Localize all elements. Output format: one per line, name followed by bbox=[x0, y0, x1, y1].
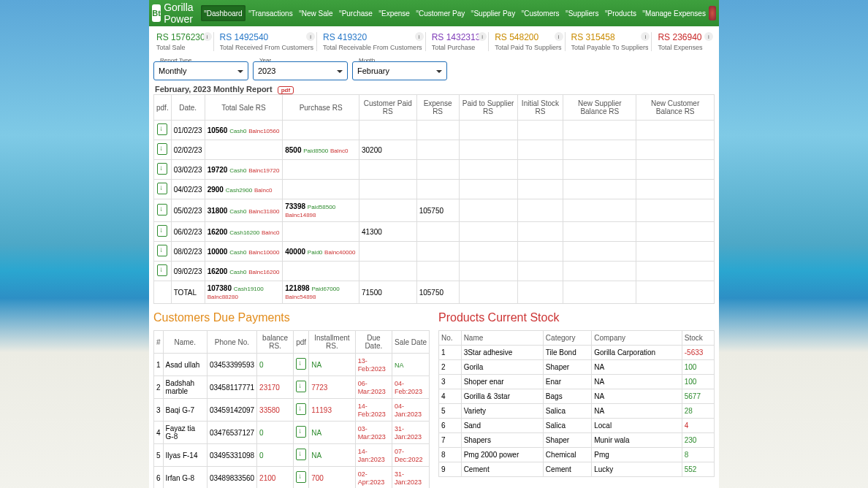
month-select[interactable]: February bbox=[352, 61, 447, 80]
table-row: 3Baqi G-703459142097335801119314-Feb:202… bbox=[154, 399, 430, 422]
column-header: # bbox=[154, 331, 164, 354]
column-header: Company bbox=[592, 331, 682, 346]
products-stock-panel: Products Current Stock No.NameCategoryCo… bbox=[438, 311, 715, 488]
nav-customers[interactable]: ≡Customers bbox=[518, 5, 562, 21]
table-row: 1Asad ullah034533995930NA13-Feb:2023NA bbox=[154, 354, 430, 376]
stat-label: Total Receivable From Customers bbox=[323, 44, 422, 51]
report-title: February, 2023 Monthly Report pdf bbox=[149, 85, 719, 94]
stat-label: Total Paid To Suppliers bbox=[495, 44, 561, 51]
pdf-download-icon[interactable] bbox=[157, 204, 167, 216]
info-icon[interactable]: i bbox=[478, 32, 487, 41]
nav-suppliers[interactable]: ≡Suppliers bbox=[563, 5, 602, 21]
stat-value: RS 548200 bbox=[495, 32, 561, 42]
pdf-download-icon[interactable] bbox=[296, 426, 306, 438]
table-row: 6Irfan G-803489833560210070002-Apr:20233… bbox=[154, 467, 430, 489]
table-row: 03/02/2319720 Cash0 Balnc19720 bbox=[154, 160, 715, 180]
stat-label: Total Expenses bbox=[658, 44, 712, 51]
info-icon[interactable]: i bbox=[306, 32, 315, 41]
info-icon[interactable]: i bbox=[704, 32, 713, 41]
column-header: pdf. bbox=[154, 95, 172, 121]
pdf-download-icon[interactable] bbox=[157, 183, 167, 194]
table-row: 5Ilyas F-14034953310980NA14-Jan:202307-D… bbox=[154, 444, 430, 467]
pdf-download-icon[interactable] bbox=[296, 471, 306, 483]
navbar: Bt Gorilla Power ≡Dashboard≡Transactions… bbox=[149, 0, 719, 26]
stat-value: RS 1576230 bbox=[156, 32, 210, 42]
stat-card: RS 1576230Total Salei bbox=[153, 32, 214, 51]
table-row: 02/02/238500 Paid8500 Balnc030200 bbox=[154, 140, 715, 160]
table-row: 08/02/2310000 Cash0 Balnc1000040000 Paid… bbox=[154, 242, 715, 262]
nav-transactions[interactable]: ≡Transactions bbox=[245, 5, 296, 21]
stat-label: Total Purchase bbox=[432, 44, 486, 51]
column-header: Name bbox=[461, 331, 543, 346]
table-row: 05/02/2331800 Cash0 Balnc3180073398 Paid… bbox=[154, 199, 715, 222]
nav-products[interactable]: ≡Products bbox=[601, 5, 639, 21]
report-type-select[interactable]: Monthly bbox=[153, 61, 248, 80]
column-header: Name. bbox=[163, 331, 207, 354]
pdf-download-icon[interactable] bbox=[296, 403, 306, 415]
stat-value: RS 419320 bbox=[323, 32, 422, 42]
stat-card: RS 1432313Total Purchasei bbox=[429, 32, 490, 51]
brand-name: Gorilla Power bbox=[164, 1, 195, 25]
nav-expense[interactable]: ≡Expense bbox=[376, 5, 413, 21]
table-row: 6SandSalicaLocal4 bbox=[439, 419, 715, 433]
nav-manage-expenses[interactable]: ≡Manage Expenses bbox=[639, 5, 709, 21]
products-stock-table: No.NameCategoryCompanyStock 13Star adhes… bbox=[438, 330, 715, 477]
column-header: Initial Stock RS bbox=[517, 95, 563, 121]
pdf-download-icon[interactable] bbox=[157, 245, 167, 256]
column-header: Purchase RS bbox=[283, 95, 359, 121]
nav-customer-pay[interactable]: ≡Customer Pay bbox=[413, 5, 468, 21]
pdf-download-icon[interactable] bbox=[157, 123, 167, 135]
stat-label: Total Received From Customers bbox=[220, 44, 314, 51]
table-row: 4Gorilla & 3starBagsNA5677 bbox=[439, 389, 715, 404]
info-icon[interactable]: i bbox=[641, 32, 650, 41]
column-header: Stock bbox=[682, 331, 714, 346]
column-header: pdf bbox=[294, 331, 309, 354]
nav-supplier-pay[interactable]: ≡Supplier Pay bbox=[468, 5, 518, 21]
pdf-download-icon[interactable] bbox=[296, 449, 306, 460]
column-header: Sale Date bbox=[392, 331, 430, 354]
stat-card: RS 315458Total Payable To Suppliersi bbox=[568, 32, 652, 51]
stat-card: RS 548200Total Paid To Suppliersi bbox=[492, 32, 565, 51]
column-header: Installment RS. bbox=[309, 331, 355, 354]
brand-logo: Bt bbox=[152, 4, 161, 22]
customers-due-panel: Customers Due Payments #Name.Phone No.ba… bbox=[153, 311, 430, 488]
pdf-download-icon[interactable] bbox=[157, 264, 167, 276]
year-select[interactable]: 2023 bbox=[253, 61, 348, 80]
stat-value: RS 1492540 bbox=[220, 32, 314, 42]
stat-label: Total Payable To Suppliers bbox=[571, 44, 649, 51]
info-icon[interactable]: i bbox=[415, 32, 424, 41]
pdf-download-icon[interactable] bbox=[296, 358, 306, 370]
customers-due-table: #Name.Phone No.balance RS.pdfInstallment… bbox=[153, 330, 430, 488]
column-header: Expense RS bbox=[416, 95, 459, 121]
app-wrapper: Bt Gorilla Power ≡Dashboard≡Transactions… bbox=[149, 0, 719, 488]
filters-row: Report Type Monthly Year 2023 Month Febr… bbox=[149, 57, 719, 85]
column-header: New Supplier Balance RS bbox=[563, 95, 636, 121]
stat-card: RS 236940Total Expensesi bbox=[655, 32, 715, 51]
table-row: 8Pmg 2000 powerChemicalPmg8 bbox=[439, 448, 715, 462]
stat-value: RS 236940 bbox=[658, 32, 712, 42]
info-icon[interactable]: i bbox=[203, 32, 212, 41]
pdf-download-icon[interactable] bbox=[157, 163, 167, 175]
table-row: 4Fayaz tia G-8034765371270NA03-Mar:20233… bbox=[154, 422, 430, 444]
nav-dashboard[interactable]: ≡Dashboard bbox=[201, 5, 245, 21]
stats-row: RS 1576230Total SaleiRS 1492540Total Rec… bbox=[149, 26, 719, 57]
pdf-download-icon[interactable] bbox=[296, 381, 306, 392]
pdf-download-icon[interactable] bbox=[157, 225, 167, 237]
table-total-row: TOTAL107380 Cash19100 Balnc88280121898 P… bbox=[154, 281, 715, 304]
table-row: 9CementCementLucky552 bbox=[439, 462, 715, 477]
column-header: No. bbox=[439, 331, 462, 346]
app-badge-icon[interactable] bbox=[709, 6, 716, 20]
column-header: balance RS. bbox=[257, 331, 294, 354]
info-icon[interactable]: i bbox=[555, 32, 563, 41]
stat-value: RS 1432313 bbox=[432, 32, 486, 42]
report-pdf-badge[interactable]: pdf bbox=[278, 86, 294, 94]
stat-card: RS 419320Total Receivable From Customers… bbox=[320, 32, 426, 51]
column-header: Customer Paid RS bbox=[359, 95, 416, 121]
table-row: 2GorilaShaperNA100 bbox=[439, 360, 715, 375]
table-row: 5VarietySalicaNA28 bbox=[439, 404, 715, 419]
monthly-report-table: pdf.Date.Total Sale RSPurchase RSCustome… bbox=[153, 94, 715, 304]
nav-purchase[interactable]: ≡Purchase bbox=[336, 5, 376, 21]
pdf-download-icon[interactable] bbox=[157, 143, 167, 155]
nav-new-sale[interactable]: ≡New Sale bbox=[296, 5, 336, 21]
column-header: New Customer Balance RS bbox=[636, 95, 715, 121]
